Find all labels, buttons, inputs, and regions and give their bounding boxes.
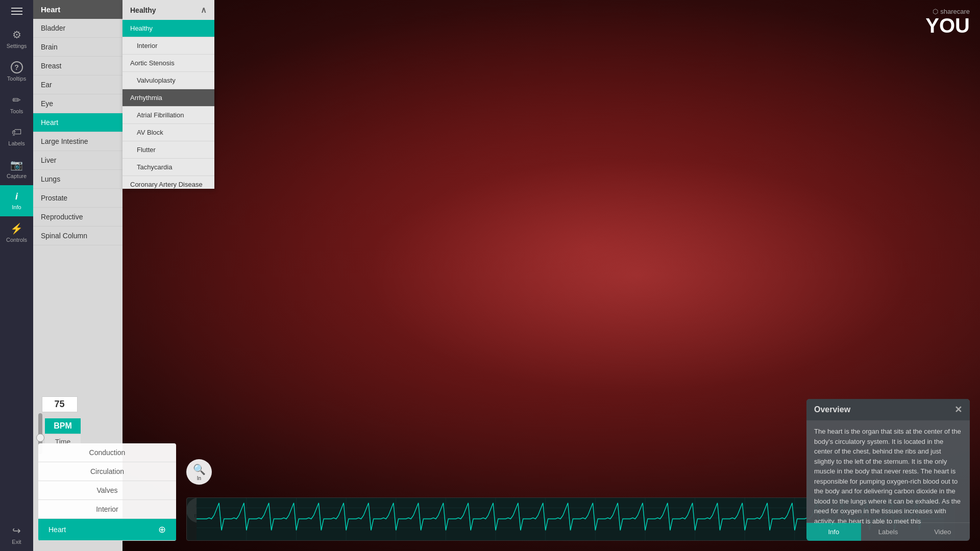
- exit-icon: ↪: [12, 524, 21, 537]
- overview-tab-labels[interactable]: Labels: [861, 523, 916, 541]
- overview-text: The heart is the organ that sits at the …: [814, 427, 962, 526]
- info-icon: i: [15, 191, 18, 202]
- overview-close-button[interactable]: ✕: [954, 404, 962, 415]
- zoom-in-label: In: [197, 475, 201, 481]
- organ-panel-header: Heart: [33, 0, 122, 19]
- bpm-value: 75: [42, 396, 78, 412]
- sharecare-logo: ⬡ sharecare YOU: [925, 8, 970, 36]
- sidebar-item-controls[interactable]: ⚡ Controls: [0, 216, 33, 249]
- organ-item-ear[interactable]: Ear: [33, 76, 122, 94]
- sidebar-item-info[interactable]: i Info: [0, 185, 33, 216]
- sidebar-item-labels[interactable]: 🏷 Labels: [0, 120, 33, 153]
- sidebar-label-settings: Settings: [7, 43, 27, 49]
- conditions-title: Healthy: [130, 6, 156, 14]
- menu-button[interactable]: [0, 0, 33, 22]
- overview-footer: Info Labels Video: [806, 522, 970, 541]
- you-text: YOU: [925, 15, 970, 36]
- organ-item-bladder[interactable]: Bladder: [33, 19, 122, 38]
- conditions-header: Healthy ∧: [122, 0, 214, 20]
- sidebar-label-labels: Labels: [8, 140, 24, 146]
- condition-healthy[interactable]: Healthy: [122, 20, 214, 37]
- condition-interior[interactable]: Interior: [122, 37, 214, 55]
- sidebar-label-tooltips: Tooltips: [7, 76, 26, 82]
- organ-item-liver[interactable]: Liver: [33, 151, 122, 170]
- overview-body: The heart is the organ that sits at the …: [806, 420, 970, 522]
- condition-valvuloplasty[interactable]: Valvuloplasty: [122, 72, 214, 89]
- hamburger-icon: [11, 8, 22, 15]
- organ-item-brain[interactable]: Brain: [33, 38, 122, 57]
- tab-conduction[interactable]: Conduction: [38, 443, 176, 462]
- overview-tab-info[interactable]: Info: [806, 523, 861, 541]
- capture-icon: 📷: [10, 159, 23, 171]
- condition-atrial-fibrillation[interactable]: Atrial Fibrillation: [122, 107, 214, 124]
- tooltips-icon: ?: [11, 61, 23, 73]
- organ-panel-title: Heart: [41, 5, 60, 14]
- organ-item-prostate[interactable]: Prostate: [33, 189, 122, 208]
- overview-header: Overview ✕: [806, 399, 970, 420]
- sidebar-item-exit[interactable]: ↪ Exit: [0, 518, 33, 551]
- organ-item-breast[interactable]: Breast: [33, 57, 122, 76]
- sidebar-label-controls: Controls: [6, 237, 27, 243]
- zoom-in-button[interactable]: 🔍 In: [186, 459, 212, 485]
- organ-item-large-intestine[interactable]: Large Intestine: [33, 132, 122, 151]
- tools-icon: ✏: [12, 94, 21, 106]
- sidebar-label-info: Info: [12, 204, 21, 210]
- left-sidebar: ⚙ Settings ? Tooltips ✏ Tools 🏷 Labels 📷…: [0, 0, 33, 551]
- condition-flutter[interactable]: Flutter: [122, 141, 214, 159]
- organ-item-lungs[interactable]: Lungs: [33, 170, 122, 189]
- sidebar-item-tooltips[interactable]: ? Tooltips: [0, 55, 33, 88]
- condition-coronary-artery-disease[interactable]: Coronary Artery Disease: [122, 176, 214, 189]
- sidebar-item-settings[interactable]: ⚙ Settings: [0, 22, 33, 55]
- bpm-label: BPM: [45, 418, 81, 434]
- organ-item-heart[interactable]: Heart: [33, 113, 122, 132]
- sidebar-item-capture[interactable]: 📷 Capture: [0, 153, 33, 185]
- condition-arrhythmia[interactable]: Arrhythmia: [122, 89, 214, 107]
- organ-item-reproductive[interactable]: Reproductive: [33, 208, 122, 227]
- tab-interior[interactable]: Interior: [38, 500, 176, 519]
- sidebar-item-tools[interactable]: ✏ Tools: [0, 88, 33, 120]
- tab-valves[interactable]: Valves: [38, 481, 176, 500]
- zoom-in-icon: 🔍: [193, 463, 206, 475]
- overview-title: Overview: [814, 405, 850, 414]
- heart-tab-icon: ⊕: [158, 524, 166, 535]
- condition-tachycardia[interactable]: Tachycardia: [122, 159, 214, 176]
- controls-icon: ⚡: [10, 222, 23, 235]
- bpm-slider-thumb[interactable]: [36, 434, 44, 442]
- settings-icon: ⚙: [12, 29, 21, 41]
- sidebar-label-tools: Tools: [10, 108, 23, 114]
- overview-panel: Overview ✕ The heart is the organ that s…: [806, 399, 970, 541]
- condition-av-block[interactable]: AV Block: [122, 124, 214, 141]
- organ-item-eye[interactable]: Eye: [33, 94, 122, 113]
- conditions-close-button[interactable]: ∧: [201, 5, 207, 15]
- organ-item-spinal-column[interactable]: Spinal Column: [33, 227, 122, 245]
- sidebar-label-exit: Exit: [12, 539, 21, 545]
- tab-heart-active[interactable]: Heart ⊕: [38, 519, 176, 541]
- sidebar-label-capture: Capture: [7, 173, 27, 179]
- tab-circulation[interactable]: Circulation: [38, 462, 176, 481]
- overview-tab-video[interactable]: Video: [915, 523, 970, 541]
- condition-aortic-stenosis[interactable]: Aortic Stenosis: [122, 55, 214, 72]
- body-tabs-panel: Conduction Circulation Valves Interior H…: [38, 443, 176, 541]
- labels-icon: 🏷: [12, 127, 22, 138]
- conditions-panel: Healthy ∧ Healthy Interior Aortic Stenos…: [122, 0, 214, 189]
